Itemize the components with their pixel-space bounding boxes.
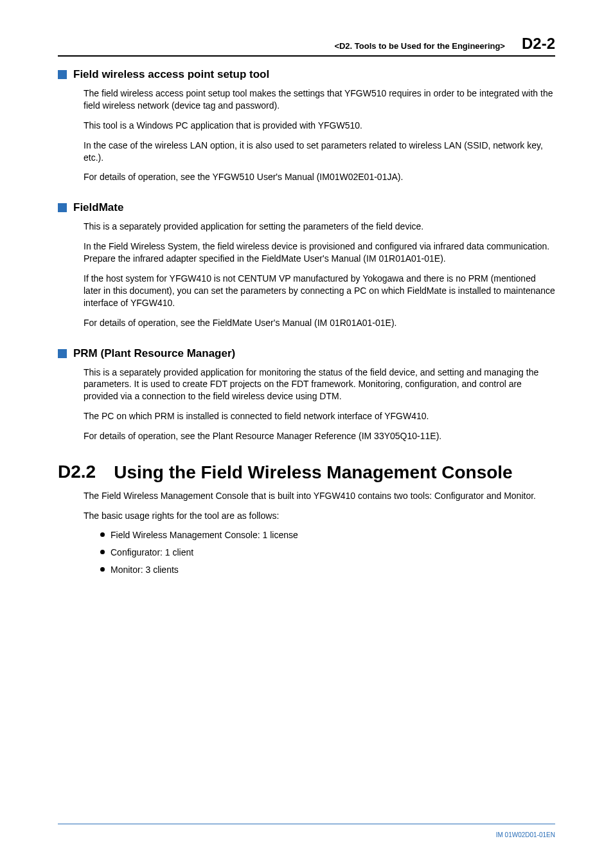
header-title: <D2. Tools to be Used for the Engineerin… xyxy=(334,41,505,51)
square-bullet-icon xyxy=(58,70,67,79)
paragraph: For details of operation, see the YFGW51… xyxy=(84,171,555,183)
section-field-wireless-access-point: Field wireless access point setup tool T… xyxy=(58,68,555,183)
paragraph: The field wireless access point setup to… xyxy=(84,87,555,112)
footer-text: IM 01W02D01-01EN xyxy=(496,831,555,838)
list-item: Monitor: 3 clients xyxy=(100,564,555,576)
section-prm: PRM (Plant Resource Manager) This is a s… xyxy=(58,347,555,442)
page-content: <D2. Tools to be Used for the Engineerin… xyxy=(0,0,613,607)
chapter-body: The Field Wireless Management Console th… xyxy=(84,490,555,522)
chapter-title: Using the Field Wireless Management Cons… xyxy=(114,462,513,484)
header-line: <D2. Tools to be Used for the Engineerin… xyxy=(58,35,555,57)
section-fieldmate: FieldMate This is a separately provided … xyxy=(58,201,555,329)
paragraph: If the host system for YFGW410 is not CE… xyxy=(84,273,555,309)
paragraph: For details of operation, see the FieldM… xyxy=(84,317,555,329)
paragraph: This tool is a Windows PC application th… xyxy=(84,120,555,132)
paragraph: In the case of the wireless LAN option, … xyxy=(84,140,555,164)
paragraph: This is a separately provided applicatio… xyxy=(84,221,555,233)
section-title: PRM (Plant Resource Manager) xyxy=(73,347,235,360)
paragraph: The PC on which PRM is installed is conn… xyxy=(84,410,555,422)
paragraph: This is a separately provided applicatio… xyxy=(84,366,555,403)
section-title: FieldMate xyxy=(73,201,123,214)
header-page: D2-2 xyxy=(522,35,555,53)
paragraph: For details of operation, see the Plant … xyxy=(84,430,555,442)
square-bullet-icon xyxy=(58,203,67,212)
section-title: Field wireless access point setup tool xyxy=(73,68,269,81)
section-heading: PRM (Plant Resource Manager) xyxy=(58,347,555,360)
list-item: Field Wireless Management Console: 1 lic… xyxy=(100,529,555,541)
section-heading: FieldMate xyxy=(58,201,555,214)
bullet-list: Field Wireless Management Console: 1 lic… xyxy=(100,529,555,576)
chapter-heading: D2.2 Using the Field Wireless Management… xyxy=(58,462,555,484)
list-item: Configurator: 1 client xyxy=(100,547,555,559)
square-bullet-icon xyxy=(58,349,67,358)
chapter-number: D2.2 xyxy=(58,462,96,484)
paragraph: The Field Wireless Management Console th… xyxy=(84,490,555,502)
paragraph: In the Field Wireless System, the field … xyxy=(84,240,555,265)
paragraph: The basic usage rights for the tool are … xyxy=(84,510,555,522)
section-heading: Field wireless access point setup tool xyxy=(58,68,555,81)
footer: IM 01W02D01-01EN xyxy=(58,824,555,840)
